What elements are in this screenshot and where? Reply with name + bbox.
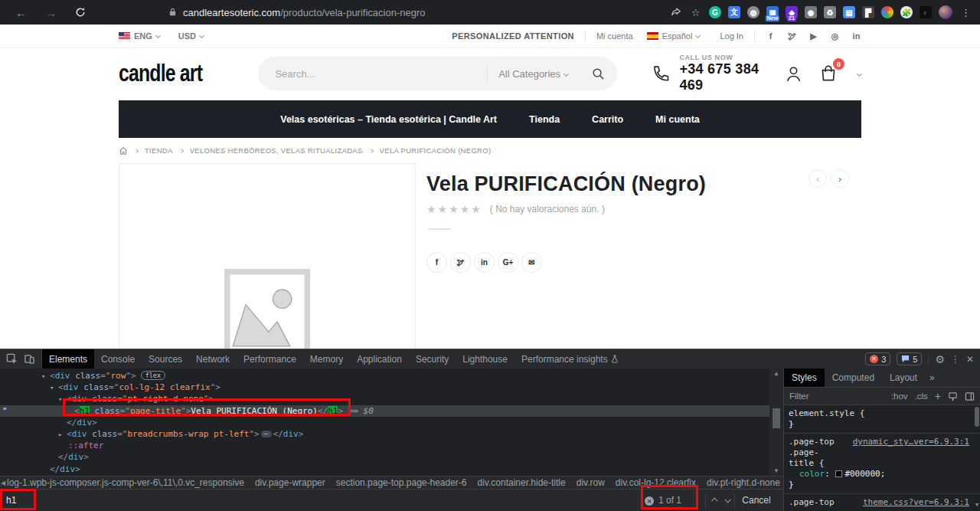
inspect-element-icon[interactable] <box>6 353 18 365</box>
new-rule-button[interactable]: + <box>935 390 941 402</box>
dom-crumb-4[interactable]: div.container.hide-title <box>478 477 566 488</box>
forward-button[interactable]: → <box>45 6 57 19</box>
search-previous-button[interactable] <box>709 494 721 506</box>
pseudo-state-toggle[interactable]: :hov <box>891 391 908 401</box>
currency-select[interactable]: USD <box>178 31 204 41</box>
wappalyzer-extension-icon[interactable]: ◆21 <box>786 6 798 18</box>
share-email-button[interactable]: ✉ <box>521 252 542 273</box>
bookmark-star-icon[interactable]: ☆ <box>689 6 702 19</box>
elements-scrollbar[interactable]: ▲ ▼ <box>769 369 783 476</box>
contrast-extension-icon[interactable]: ◐ <box>920 6 932 18</box>
search-input[interactable]: Search... <box>258 68 487 80</box>
rule-selector[interactable]: .page-top .page- title { <box>789 497 860 511</box>
star-rating[interactable]: ★★★★★ <box>426 203 482 215</box>
search-next-button[interactable] <box>721 494 733 506</box>
scrollbar-thumb[interactable] <box>773 408 780 428</box>
login-link[interactable]: Log In <box>720 31 743 41</box>
dom-tree-row-3[interactable]: ▾<div class="pt-right d-none"> <box>0 393 769 405</box>
dom-crumb-2[interactable]: div.page-wrapper <box>255 477 325 488</box>
breadcrumb-item-3[interactable]: VELA PURIFICACIÓN (NEGRO) <box>380 146 492 155</box>
back-button[interactable]: ← <box>15 6 27 19</box>
browser-menu-icon[interactable]: ⋮ <box>959 6 972 19</box>
devtools-tab-sources[interactable]: Sources <box>142 349 189 369</box>
capture-extension-icon[interactable]: ▣New <box>766 6 779 18</box>
devtools-tab-security[interactable]: Security <box>409 349 456 369</box>
styles-scrollbar[interactable]: ▼ <box>974 405 980 511</box>
share-facebook-button[interactable]: f <box>426 252 447 273</box>
dom-crumb-1[interactable]: log-1.wpb-js-composer.js-comp-ver-6\,11\… <box>7 477 244 488</box>
devtools-menu-icon[interactable]: ⋮ <box>951 354 960 365</box>
dom-crumb-5[interactable]: div.row <box>577 477 605 488</box>
cart-button[interactable]: 0 <box>818 64 838 84</box>
share-google-plus-button[interactable]: G+ <box>498 252 518 273</box>
puzzle-extension-icon[interactable]: 🧩 <box>900 6 913 18</box>
translate-extension-icon[interactable]: 文 <box>728 6 740 18</box>
account-icon[interactable] <box>784 64 803 84</box>
dom-tree-row-7[interactable]: ::after <box>0 440 769 451</box>
home-icon[interactable] <box>119 146 128 156</box>
clipboard-extension-icon[interactable]: ▤ <box>843 6 855 18</box>
rendering-emulation-icon[interactable] <box>948 391 958 401</box>
breadcrumb-item-2[interactable]: VELONES HERBÓREOS, VELAS RITUALIZADAS <box>190 146 363 155</box>
search-button[interactable] <box>579 67 617 80</box>
colorpicker-extension-icon[interactable] <box>881 6 893 18</box>
profile-avatar[interactable] <box>939 5 952 19</box>
color-swatch[interactable] <box>835 470 842 477</box>
dom-tree-row-6[interactable]: ▸<div class="breadcrumbs-wrap pt-left">⋯… <box>0 428 769 440</box>
devtools-tab-elements[interactable]: Elements <box>42 349 94 369</box>
search-cancel-button[interactable]: Cancel <box>737 495 776 506</box>
tabs-overflow-icon[interactable]: » <box>925 372 939 383</box>
next-product-button[interactable]: › <box>831 169 849 188</box>
grammarly-extension-icon[interactable]: G <box>709 6 721 18</box>
devtools-tab-performance-insights[interactable]: Performance insights <box>514 349 626 369</box>
reload-button[interactable] <box>75 7 86 18</box>
devtools-close-icon[interactable]: ✕ <box>966 354 974 365</box>
class-toggle[interactable]: .cls <box>915 391 928 401</box>
share-twitter-button[interactable]: 🕊 <box>450 252 471 273</box>
dom-search-input[interactable]: h1 <box>6 495 16 506</box>
clear-search-icon[interactable]: ✕ <box>645 496 654 506</box>
site-logo[interactable]: candle art <box>119 60 202 87</box>
dom-tree-row-2[interactable]: ▾<div class="col-lg-12 clearfix"> <box>0 382 769 393</box>
breadcrumb-item-1[interactable]: TIENDA <box>145 146 173 155</box>
prev-product-button[interactable]: ‹ <box>808 169 827 188</box>
camera-extension-icon[interactable]: ◉ <box>805 6 817 18</box>
dom-tree-row-1[interactable]: ▾<div class="row">flex <box>0 370 769 382</box>
computed-sidebar-toggle-icon[interactable] <box>965 391 975 401</box>
dom-tree-row-9[interactable]: </div> <box>0 464 769 475</box>
styles-tab-styles[interactable]: Styles <box>784 369 825 387</box>
address-bar[interactable]: candleartesoteric.com/producto/vela-puri… <box>168 7 426 18</box>
devtools-tab-console[interactable]: Console <box>94 349 142 369</box>
twitter-icon[interactable]: 🕊 <box>787 31 797 41</box>
devtools-tab-network[interactable]: Network <box>189 349 237 369</box>
devtools-tab-performance[interactable]: Performance <box>237 349 303 369</box>
facebook-icon[interactable]: f <box>766 31 776 41</box>
language2-select[interactable]: Español <box>647 31 701 41</box>
devtools-tab-memory[interactable]: Memory <box>303 349 350 369</box>
share-icon[interactable] <box>669 6 682 19</box>
share-linkedin-button[interactable]: in <box>474 252 495 273</box>
dom-crumb-3[interactable]: section.page-top.page-header-6 <box>336 477 467 488</box>
styles-filter-input[interactable]: Filter <box>789 391 884 401</box>
chevron-down-icon[interactable] <box>857 70 862 76</box>
nav-item-3[interactable]: Carrito <box>592 114 623 125</box>
topbar-account-link[interactable]: Mi cuenta <box>596 31 633 41</box>
categories-dropdown[interactable]: All Categories <box>487 64 579 84</box>
devtools-settings-icon[interactable]: ⚙ <box>935 353 945 365</box>
globe-extension-icon[interactable]: ◍ <box>747 6 760 18</box>
nav-item-2[interactable]: Tienda <box>529 114 560 125</box>
nav-item-4[interactable]: Mi cuenta <box>655 114 700 125</box>
dom-crumb-6[interactable]: div.col-lg-12.clearfix <box>616 477 696 488</box>
css-property[interactable]: color: #000000; <box>789 469 969 480</box>
phone-number[interactable]: +34 675 384 469 <box>679 61 784 93</box>
devtools-tab-application[interactable]: Application <box>350 349 409 369</box>
dom-tree-row-8[interactable]: </div> <box>0 451 769 463</box>
language-select[interactable]: ENG <box>119 31 160 41</box>
styles-tab-computed[interactable]: Computed <box>825 369 882 387</box>
styles-tab-layout[interactable]: Layout <box>882 369 925 387</box>
devtools-tab-lighthouse[interactable]: Lighthouse <box>456 349 514 369</box>
dom-tree-row-5[interactable]: </div> <box>0 417 769 428</box>
youtube-icon[interactable]: ▶ <box>808 31 818 41</box>
stylesheet-link[interactable]: dynamic_sty…ver=6.9.3:1 <box>853 437 969 469</box>
crumbs-scroll-left-icon[interactable]: ◀ <box>1 480 5 486</box>
